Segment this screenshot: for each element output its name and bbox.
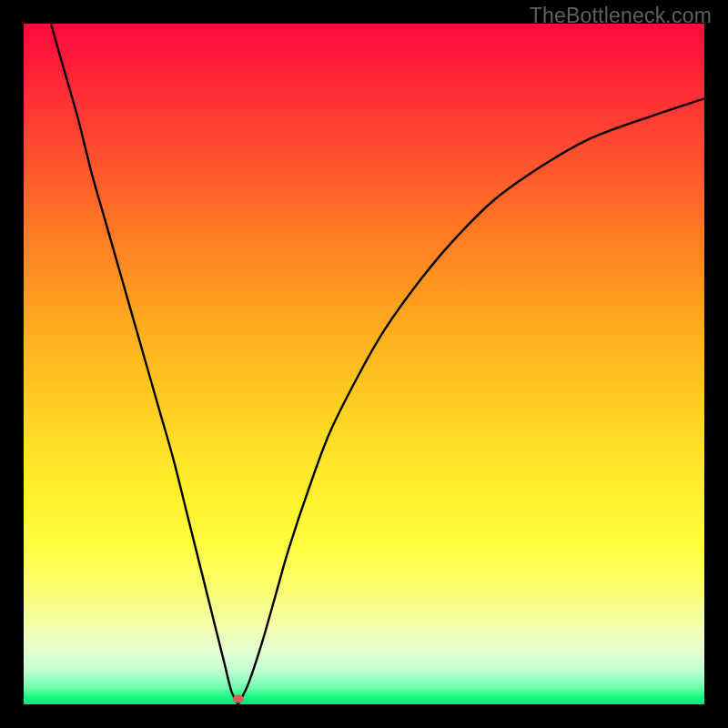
watermark-text: TheBottleneck.com — [530, 4, 712, 28]
optimum-marker — [233, 695, 244, 703]
bottleneck-curve — [24, 24, 704, 704]
plot-area — [24, 24, 704, 704]
chart-frame: TheBottleneck.com — [0, 0, 728, 728]
